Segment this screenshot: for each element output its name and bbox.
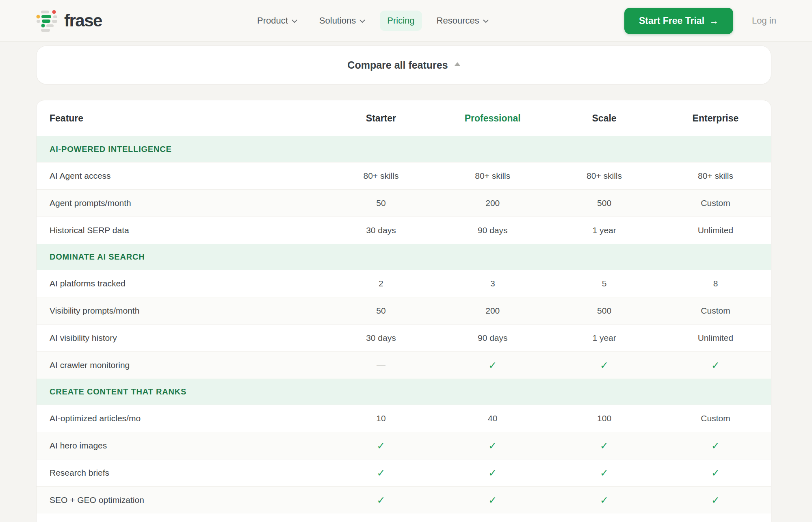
chevron-down-icon: [292, 19, 297, 23]
column-header-professional: Professional: [437, 113, 548, 124]
feature-label: AI platforms tracked: [37, 279, 325, 288]
check-icon: ✓: [600, 494, 608, 506]
table-header-row: FeatureStarterProfessionalScaleEnterpris…: [37, 100, 771, 136]
plan-value: 2: [325, 279, 437, 288]
table-row: AI-optimized articles/mo1040100Custom: [37, 405, 771, 432]
check-icon: ✓: [660, 440, 771, 452]
check-icon: ✓: [548, 494, 660, 506]
nav-item-product[interactable]: Product: [250, 11, 305, 31]
plan-value: 90 days: [437, 333, 548, 343]
plan-value: 8: [660, 279, 771, 288]
plan-value: Custom: [660, 198, 771, 208]
nav-item-label: Pricing: [387, 15, 414, 26]
check-icon: ✓: [488, 467, 497, 479]
dash-icon: —: [325, 360, 437, 370]
check-icon: ✓: [711, 360, 720, 371]
table-row: AI hero images✓✓✓✓: [37, 432, 771, 459]
chevron-down-icon: [359, 19, 365, 23]
logo[interactable]: frase: [36, 9, 102, 32]
check-icon: ✓: [488, 440, 497, 451]
nav-right: Start Free Trial → Log in: [624, 8, 776, 34]
compare-label: Compare all features: [347, 59, 448, 71]
main-nav: ProductSolutionsPricingResources: [250, 11, 496, 31]
check-icon: ✓: [437, 440, 548, 452]
nav-item-solutions[interactable]: Solutions: [312, 11, 373, 31]
plan-value: Unlimited: [660, 333, 771, 343]
cta-label: Start Free Trial: [639, 15, 704, 26]
page: frase ProductSolutionsPricingResources S…: [0, 0, 812, 522]
nav-item-pricing[interactable]: Pricing: [380, 11, 422, 31]
nav-item-label: Resources: [437, 15, 479, 26]
section-header: CREATE CONTENT THAT RANKS: [37, 379, 771, 405]
check-icon: ✓: [660, 360, 771, 371]
plan-value: 1 year: [548, 333, 660, 343]
table-row: AI visibility history30 days90 days1 yea…: [37, 324, 771, 351]
check-icon: ✓: [325, 467, 437, 479]
top-nav: frase ProductSolutionsPricingResources S…: [0, 0, 812, 42]
chevron-down-icon: [483, 19, 489, 23]
plan-value: 80+ skills: [660, 171, 771, 181]
check-icon: ✓: [660, 494, 771, 506]
feature-label: AI-optimized articles/mo: [37, 414, 325, 423]
plan-value: 50: [325, 198, 437, 208]
check-icon: ✓: [548, 360, 660, 371]
arrow-right-icon: →: [709, 15, 719, 26]
plan-value: Custom: [660, 414, 771, 423]
feature-comparison-table: FeatureStarterProfessionalScaleEnterpris…: [36, 100, 771, 522]
column-header-feature: Feature: [37, 113, 325, 124]
check-icon: ✓: [548, 467, 660, 479]
column-header-scale: Scale: [548, 113, 660, 124]
table-row: Historical SERP data30 days90 days1 year…: [37, 217, 771, 244]
login-link[interactable]: Log in: [752, 15, 776, 26]
table-row: Agent prompts/month50200500Custom: [37, 189, 771, 217]
section-title: CREATE CONTENT THAT RANKS: [50, 387, 186, 396]
plan-value: 80+ skills: [325, 171, 437, 181]
check-icon: ✓: [437, 360, 548, 371]
section-header: AI-POWERED INTELLIGENCE: [37, 136, 771, 162]
plan-value: 90 days: [437, 225, 548, 235]
plan-value: 100: [548, 414, 660, 423]
feature-label: AI Agent access: [37, 171, 325, 181]
check-icon: ✓: [325, 440, 437, 452]
plan-value: 10: [325, 414, 437, 423]
compare-all-features-toggle[interactable]: Compare all features: [36, 45, 771, 84]
frase-logo-icon: [36, 9, 58, 32]
plan-value: 50: [325, 306, 437, 316]
table-row: SEO + GEO optimization✓✓✓✓: [37, 486, 771, 513]
feature-label: AI crawler monitoring: [37, 360, 325, 370]
feature-label: Visibility prompts/month: [37, 306, 325, 316]
plan-value: 40: [437, 414, 548, 423]
feature-label: Historical SERP data: [37, 225, 325, 235]
plan-value: 80+ skills: [437, 171, 548, 181]
check-icon: ✓: [437, 467, 548, 479]
table-row: Visibility prompts/month50200500Custom: [37, 297, 771, 324]
nav-item-label: Product: [257, 15, 288, 26]
column-header-enterprise: Enterprise: [660, 113, 771, 124]
check-icon: ✓: [377, 440, 385, 451]
feature-label: SEO + GEO optimization: [37, 495, 325, 505]
check-icon: ✓: [711, 440, 720, 451]
logo-text: frase: [64, 11, 102, 30]
check-icon: ✓: [600, 360, 608, 371]
check-icon: ✓: [377, 467, 385, 479]
check-icon: ✓: [660, 467, 771, 479]
table-row: AI Agent access80+ skills80+ skills80+ s…: [37, 162, 771, 189]
check-icon: ✓: [711, 467, 720, 479]
feature-label: Research briefs: [37, 468, 325, 478]
feature-label: Agent prompts/month: [37, 198, 325, 208]
feature-label: AI visibility history: [37, 333, 325, 343]
plan-value: Custom: [660, 306, 771, 316]
plan-value: 5: [548, 279, 660, 288]
nav-item-resources[interactable]: Resources: [429, 11, 496, 31]
dash-icon: —: [377, 360, 385, 370]
plan-value: 200: [437, 198, 548, 208]
plan-value: 1 year: [548, 225, 660, 235]
table-row: Research briefs✓✓✓✓: [37, 459, 771, 486]
check-icon: ✓: [377, 494, 385, 506]
check-icon: ✓: [600, 440, 608, 451]
check-icon: ✓: [600, 467, 608, 479]
start-free-trial-button[interactable]: Start Free Trial →: [624, 8, 733, 34]
plan-value: 30 days: [325, 333, 437, 343]
section-header: DOMINATE AI SEARCH: [37, 244, 771, 270]
check-icon: ✓: [711, 494, 720, 506]
